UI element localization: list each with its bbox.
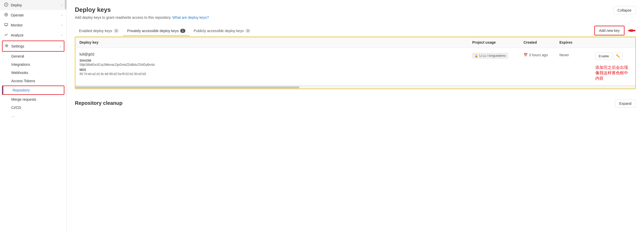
sidebar-item-merge-requests[interactable]: Merge requests bbox=[0, 95, 66, 104]
sidebar-item-integrations[interactable]: Integrations bbox=[0, 60, 66, 69]
table-scrollbar-thumb bbox=[75, 86, 299, 88]
table-row: luli@g02 SHA256 58jkSBb8Ge3Crp2MkmaLDjxD… bbox=[75, 48, 635, 86]
lock-icon: 🔒 bbox=[475, 54, 478, 58]
svg-point-4 bbox=[6, 45, 7, 46]
sidebar-item-access-tokens[interactable]: Access Tokens bbox=[0, 77, 66, 85]
settings-icon bbox=[5, 44, 9, 49]
tabs-row: Enabled deploy keys 0 Privately accessib… bbox=[75, 26, 636, 37]
chevron-right-icon-4: › bbox=[61, 33, 62, 37]
operate-icon bbox=[4, 13, 8, 17]
svg-rect-3 bbox=[5, 23, 8, 25]
add-key-button-wrapper: Add new key bbox=[594, 26, 625, 35]
deploy-key-info: luli@g02 SHA256 58jkSBb8Ge3Crp2MkmaLDjxD… bbox=[79, 52, 472, 76]
deploy-keys-link[interactable]: What are deploy keys? bbox=[172, 15, 209, 20]
page-description-text: Add deploy keys to grant read/write acce… bbox=[75, 15, 171, 20]
annotation-arrow bbox=[627, 26, 636, 35]
col-expires: Expires bbox=[559, 40, 595, 44]
repository-cleanup-section: Repository cleanup Expand bbox=[75, 99, 636, 108]
sidebar-item-settings-label: Settings bbox=[11, 44, 24, 48]
sidebar-item-monitor[interactable]: Monitor › bbox=[0, 20, 66, 30]
chevron-right-icon-3: › bbox=[61, 23, 62, 27]
enable-button[interactable]: Enable bbox=[595, 52, 612, 60]
tab-public-badge: 0 bbox=[245, 29, 251, 33]
svg-marker-5 bbox=[634, 30, 636, 32]
chevron-right-icon: › bbox=[61, 3, 62, 7]
sidebar-item-settings[interactable]: Settings ⌄ bbox=[3, 41, 64, 51]
edit-button[interactable]: ✏️ bbox=[614, 52, 622, 60]
annotation-text: 添加完之后会出现像我这样黄色框中内容 bbox=[595, 64, 631, 81]
tab-private-label: Privately accessible deploy keys bbox=[127, 29, 179, 33]
md5-value: 95:74:eb:a2:d1:9c:b6:99:d2:5a:f0:02:b2:3… bbox=[79, 72, 146, 76]
sidebar-item-general[interactable]: General bbox=[0, 52, 66, 60]
svg-rect-1 bbox=[6, 4, 6, 5]
actions-cell: Enable ✏️ 添加完之后会出现像我这样黄色框中内容 bbox=[595, 52, 631, 81]
sidebar-item-webhooks[interactable]: Webhooks bbox=[0, 69, 66, 77]
col-project-usage: Project usage bbox=[472, 40, 524, 44]
table-header: Deploy key Project usage Created Expires bbox=[75, 37, 635, 48]
deploy-keys-section: Enabled deploy keys 0 Privately accessib… bbox=[75, 26, 636, 89]
collapse-button[interactable]: Collapse bbox=[613, 6, 636, 14]
sidebar-item-analyze-label: Analyze bbox=[11, 33, 24, 37]
sha-value: 58jkSBb8Ge3Crp2MkmaLDjxDmbZDdBdvZSl4DyBv… bbox=[79, 63, 155, 67]
tabs-container: Enabled deploy keys 0 Privately accessib… bbox=[75, 26, 255, 36]
table-scrollbar[interactable] bbox=[75, 86, 635, 89]
tab-public-label: Publicly accessible deploy keys bbox=[194, 29, 244, 33]
analyze-icon bbox=[4, 33, 8, 38]
sidebar-item-deploy[interactable]: Deploy › bbox=[0, 0, 66, 10]
sidebar-item-repository[interactable]: Repository bbox=[3, 86, 64, 94]
project-badge: 🔒 Li Lu / tonguedemo bbox=[472, 53, 508, 59]
tab-public[interactable]: Publicly accessible deploy keys 0 bbox=[189, 26, 255, 36]
repository-cleanup-title: Repository cleanup bbox=[75, 100, 123, 106]
sidebar-item-deploy-label: Deploy bbox=[11, 3, 22, 7]
col-deploy-key: Deploy key bbox=[79, 40, 472, 44]
more-items-indicator: ··· bbox=[0, 112, 66, 120]
project-name: Li Lu / tonguedemo bbox=[479, 54, 506, 58]
deploy-key-name: luli@g02 bbox=[79, 52, 472, 56]
tab-private-badge: 1 bbox=[180, 29, 186, 33]
sidebar-item-cicd[interactable]: CI/CD bbox=[0, 104, 66, 112]
page-title: Deploy keys bbox=[75, 6, 636, 13]
repo-cleanup-row: Repository cleanup Expand bbox=[75, 99, 636, 108]
sidebar-item-analyze[interactable]: Analyze › bbox=[0, 30, 66, 40]
deploy-keys-table-container: Deploy key Project usage Created Expires… bbox=[75, 37, 636, 89]
sha-label: SHA256 bbox=[79, 59, 91, 62]
expires-cell: Never bbox=[559, 52, 595, 57]
sidebar: Deploy › Operate › Monitor › Analyze › bbox=[0, 0, 67, 233]
monitor-icon bbox=[4, 23, 8, 27]
tab-private[interactable]: Privately accessible deploy keys 1 bbox=[123, 26, 189, 36]
sidebar-item-operate[interactable]: Operate › bbox=[0, 10, 66, 20]
md5-label: MD5 bbox=[79, 68, 86, 72]
expires-value: Never bbox=[559, 53, 569, 57]
main-content: Collapse Deploy keys Add deploy keys to … bbox=[67, 0, 644, 233]
tab-enabled-label: Enabled deploy keys bbox=[79, 29, 112, 33]
tab-enabled-badge: 0 bbox=[114, 29, 119, 33]
calendar-icon: 📅 bbox=[524, 53, 528, 57]
sidebar-item-operate-label: Operate bbox=[11, 13, 24, 17]
sidebar-item-monitor-label: Monitor bbox=[11, 23, 23, 27]
created-value: 3 hours ago bbox=[529, 53, 548, 57]
created-cell: 📅 3 hours ago bbox=[524, 52, 559, 57]
rocket-icon bbox=[4, 3, 8, 7]
page-description: Add deploy keys to grant read/write acce… bbox=[75, 15, 636, 20]
chevron-down-icon: ⌄ bbox=[59, 44, 62, 48]
col-actions bbox=[595, 40, 631, 44]
pencil-icon: ✏️ bbox=[616, 54, 620, 58]
chevron-right-icon-2: › bbox=[61, 13, 62, 17]
add-key-button[interactable]: Add new key bbox=[595, 27, 623, 34]
expand-button[interactable]: Expand bbox=[615, 99, 636, 108]
project-usage-cell: 🔒 Li Lu / tonguedemo bbox=[472, 52, 524, 59]
col-created: Created bbox=[524, 40, 559, 44]
tab-enabled[interactable]: Enabled deploy keys 0 bbox=[75, 26, 123, 36]
